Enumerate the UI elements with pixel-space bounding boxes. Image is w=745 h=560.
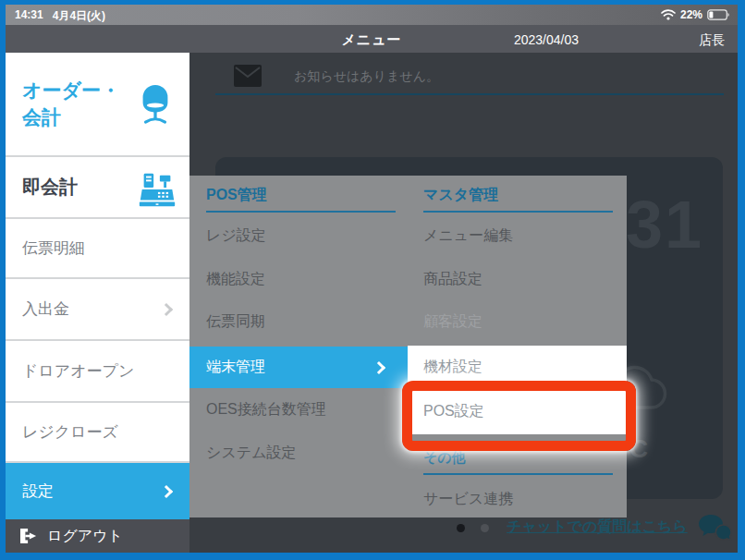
status-time: 14:31 bbox=[15, 8, 43, 24]
sidebar: オーダー・会計 即会計 伝票明細 bbox=[6, 53, 189, 553]
mail-icon bbox=[234, 65, 262, 87]
header-underline bbox=[423, 473, 613, 475]
chevron-right-icon bbox=[160, 302, 173, 315]
sidebar-item-drawer-open[interactable]: ドロアオープン bbox=[6, 341, 189, 403]
user-role-button[interactable]: 店長 bbox=[699, 32, 725, 49]
menu-item-service-renkei[interactable]: サービス連携 bbox=[423, 490, 513, 510]
frame-border-bottom bbox=[0, 553, 745, 560]
nav-bar: メニュー 2023/04/03 店長 bbox=[6, 25, 738, 53]
section-header-other: その他 bbox=[423, 449, 466, 467]
status-date: 4月4日(火) bbox=[53, 8, 105, 24]
chat-bubbles-icon[interactable] bbox=[699, 515, 732, 541]
logout-icon bbox=[18, 528, 39, 544]
sidebar-item-settei-selected[interactable]: 設定 bbox=[6, 463, 189, 519]
menu-item-kinou-settei[interactable]: 機能設定 bbox=[206, 270, 265, 290]
menu-item-tanmatsu-kanri-selected[interactable]: 端末管理 bbox=[189, 347, 408, 388]
menu-item-denpyou-douki[interactable]: 伝票同期 bbox=[206, 312, 265, 333]
pagination-dot[interactable] bbox=[481, 524, 489, 532]
header-underline bbox=[423, 211, 613, 213]
frame-border-top bbox=[0, 0, 745, 5]
sidebar-logout-button[interactable]: ログアウト bbox=[6, 519, 189, 553]
order-chair-icon bbox=[134, 83, 177, 126]
section-header-master: マスタ管理 bbox=[423, 186, 498, 205]
wifi-icon bbox=[661, 9, 676, 20]
business-date: 2023/04/03 bbox=[486, 32, 606, 47]
settings-menu-panel: POS管理 レジ設定 機能設定 伝票同期 端末管理 OES接続台数管理 システム… bbox=[189, 176, 627, 517]
status-bar: 14:31 4月4日(火) 22% bbox=[6, 5, 738, 25]
cash-register-icon bbox=[136, 168, 178, 211]
menu-item-shouhin-settei[interactable]: 商品設定 bbox=[423, 270, 482, 290]
header-underline bbox=[206, 211, 396, 213]
chat-support-link[interactable]: チャットでの質問はこちら bbox=[507, 517, 688, 537]
notice-text: お知らせはありません。 bbox=[294, 68, 439, 85]
notice-underline bbox=[215, 93, 724, 95]
chevron-right-icon bbox=[372, 360, 385, 373]
menu-item-kokyaku-settei: 顧客設定 bbox=[423, 312, 482, 333]
sidebar-item-order-kaikei[interactable]: オーダー・会計 bbox=[6, 53, 189, 157]
app-screen: お知らせはありません。 31 C チャットでの質問はこちら POS管理 レジ設定… bbox=[0, 0, 745, 560]
frame-border-left bbox=[0, 0, 6, 560]
section-header-pos: POS管理 bbox=[206, 186, 267, 205]
battery-icon bbox=[707, 9, 730, 20]
sidebar-item-reji-close[interactable]: レジクローズ bbox=[6, 403, 189, 463]
chevron-right-icon bbox=[160, 484, 173, 497]
menu-item-system-settei[interactable]: システム設定 bbox=[206, 444, 297, 464]
sidebar-item-nyuushukkin[interactable]: 入出金 bbox=[6, 279, 189, 341]
highlight-annotation-box bbox=[402, 381, 636, 451]
calendar-day: 31 bbox=[626, 187, 703, 262]
page-title: メニュー bbox=[6, 31, 738, 49]
menu-item-menu-henshuu[interactable]: メニュー編集 bbox=[423, 226, 513, 247]
sidebar-item-denpyou-meisai[interactable]: 伝票明細 bbox=[6, 219, 189, 279]
pagination-dot-active[interactable] bbox=[457, 524, 465, 532]
menu-item-reji-settei[interactable]: レジ設定 bbox=[206, 226, 266, 247]
battery-percent: 22% bbox=[680, 8, 702, 21]
frame-border-right bbox=[738, 0, 745, 560]
sidebar-item-soku-kaikei[interactable]: 即会計 bbox=[6, 157, 189, 219]
menu-item-oes-kanri[interactable]: OES接続台数管理 bbox=[206, 400, 326, 420]
